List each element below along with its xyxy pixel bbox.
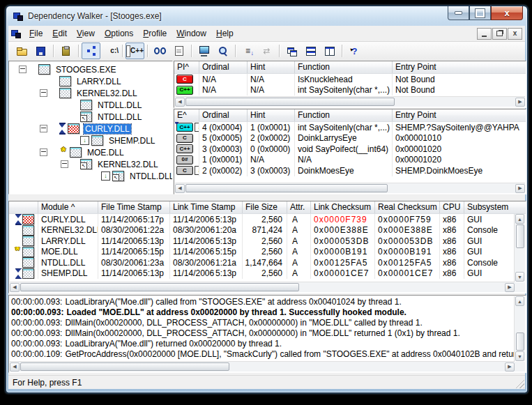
mdi-minimize-button[interactable]	[477, 28, 492, 40]
tile-vertical-button[interactable]	[320, 43, 339, 59]
tree-item[interactable]: SHEMP.DLL	[9, 135, 172, 146]
module-row[interactable]: LARRY.DLL 11/14/20065:13p 11/14/20065:13…	[9, 236, 526, 247]
modules-file-time-header[interactable]: File Time Stamp	[98, 201, 170, 213]
tree-item[interactable]: STOOGES.EXE	[9, 63, 172, 75]
import-row[interactable]: C N/A N/A IsKnucklehead Not Bound	[174, 74, 526, 85]
minimize-button[interactable]	[448, 6, 469, 20]
expand-toggle[interactable]	[40, 89, 47, 97]
tree-item[interactable]: MOE.DLL	[9, 146, 172, 158]
undecorate-cpp-button[interactable]: C++	[126, 43, 144, 59]
module-list-panel[interactable]: Module ^ File Time Stamp Link Time Stamp…	[8, 201, 526, 293]
export-row[interactable]: C 2 (0x0002) 3 (0x0003) DoinkMoesEye SHE…	[174, 165, 526, 176]
imports-entrypoint-header[interactable]: Entry Point	[393, 61, 526, 73]
exports-ordinal-header[interactable]: Ordinal	[199, 109, 248, 121]
auto-expand-button[interactable]	[82, 43, 100, 59]
expand-all-button[interactable]	[238, 43, 257, 59]
imports-sort-header[interactable]: PI^	[174, 61, 199, 73]
scroll-down-icon[interactable]: ▼	[515, 351, 524, 361]
export-row[interactable]: C 5 (0x0005) 2 (0x0002) DoinkLarrysEye 0…	[174, 133, 526, 144]
scrollbar-thumb[interactable]	[516, 333, 524, 351]
module-row[interactable]: SHEMP.DLL 11/14/20065:13p 11/14/20065:13…	[9, 268, 526, 280]
scroll-left-icon[interactable]: ◀	[175, 98, 185, 107]
menu-options[interactable]: Options	[100, 27, 138, 40]
parent-imports-panel[interactable]: PI^ Ordinal Hint Function Entry Point C …	[174, 61, 526, 108]
resize-grip[interactable]	[515, 379, 524, 388]
exports-entrypoint-header[interactable]: Entry Point	[393, 109, 526, 121]
properties-button[interactable]	[169, 43, 188, 59]
menu-file[interactable]: File	[24, 27, 47, 40]
refresh-button[interactable]	[257, 43, 276, 59]
menu-edit[interactable]: Edit	[47, 27, 72, 40]
expand-toggle[interactable]	[61, 160, 68, 168]
context-help-button[interactable]	[345, 43, 364, 59]
modules-link-checksum-header[interactable]: Link Checksum	[311, 201, 375, 213]
module-row[interactable]: CURLY.DLL 11/14/20065:17p 11/14/20065:13…	[9, 214, 526, 225]
imports-horizontal-scrollbar[interactable]: ◀ ▶	[175, 96, 525, 107]
expand-toggle[interactable]	[40, 148, 47, 156]
tree-item[interactable]: KERNEL32.DLL	[9, 158, 172, 170]
maximize-button[interactable]	[469, 6, 491, 20]
cascade-windows-button[interactable]	[282, 43, 301, 59]
scroll-left-icon[interactable]: ◀	[10, 283, 20, 292]
tree-item[interactable]: LARRY.DLL	[9, 75, 172, 87]
scrollbar-thumb[interactable]	[185, 184, 388, 192]
module-row[interactable]: KERNEL32.DLL 08/30/20061:22a 08/30/20061…	[9, 225, 526, 236]
mdi-restore-button[interactable]	[492, 28, 507, 40]
close-button[interactable]: x	[491, 6, 523, 20]
menu-view[interactable]: View	[72, 27, 100, 40]
mdi-child-icon[interactable]	[11, 29, 22, 38]
imports-hint-header[interactable]: Hint	[248, 61, 295, 73]
menu-profile[interactable]: Profile	[138, 27, 172, 40]
scroll-right-icon[interactable]: ▶	[515, 184, 525, 193]
exports-horizontal-scrollbar[interactable]: ◀ ▶	[175, 183, 525, 193]
modules-module-header[interactable]: Module ^	[38, 201, 98, 213]
save-button[interactable]	[31, 43, 50, 59]
tree-item[interactable]: NTDLL.DLL	[9, 99, 172, 111]
expand-toggle[interactable]	[19, 66, 26, 73]
module-row[interactable]: NTDLL.DLL 08/30/20061:23a 08/30/20061:21…	[9, 257, 526, 268]
copy-button[interactable]	[56, 43, 75, 59]
import-row[interactable]: C++ N/A N/A int SaySoitenly(char *,...) …	[174, 85, 526, 96]
modules-attr-header[interactable]: Attr.	[287, 201, 311, 213]
modules-file-size-header[interactable]: File Size	[243, 201, 287, 213]
log-panel[interactable]: 00:00:00.093:LoadLibraryA("Moe.dll") cal…	[8, 295, 526, 373]
mdi-close-button[interactable]: x	[508, 28, 522, 40]
tree-item[interactable]: CURLY.DLL	[9, 123, 172, 135]
tile-horizontal-button[interactable]	[301, 43, 320, 59]
module-row[interactable]: MOE.DLL 11/14/20065:15p 11/14/20065:15p …	[9, 247, 526, 258]
scroll-down-icon[interactable]: ▼	[515, 272, 524, 282]
modules-cpu-header[interactable]: CPU	[440, 201, 464, 213]
modules-link-time-header[interactable]: Link Time Stamp	[170, 201, 243, 213]
exports-function-header[interactable]: Function	[295, 109, 393, 121]
imports-ordinal-header[interactable]: Ordinal	[199, 61, 248, 73]
expand-toggle[interactable]	[40, 125, 47, 132]
export-row[interactable]: C++ 3 (0x0003) 0 (0x0000) void SayPoifec…	[174, 144, 526, 155]
scroll-left-icon[interactable]: ◀	[175, 184, 185, 193]
log-vertical-scrollbar[interactable]: ▲ ▼	[514, 296, 525, 361]
scroll-up-icon[interactable]: ▲	[515, 296, 524, 306]
menu-help[interactable]: Help	[211, 27, 238, 40]
system-info-button[interactable]	[195, 43, 213, 59]
scroll-left-icon[interactable]: ◀	[10, 362, 20, 372]
scrollbar-thumb[interactable]	[20, 283, 299, 291]
open-button[interactable]	[13, 43, 31, 59]
tree-item[interactable]: KERNEL32.DLL	[9, 87, 172, 99]
scrollbar-thumb[interactable]	[516, 224, 524, 248]
modules-horizontal-scrollbar[interactable]: ◀ ▶	[10, 282, 515, 292]
tree-item[interactable]: NTDLL.DLL	[9, 170, 172, 182]
scroll-up-icon[interactable]: ▲	[515, 214, 524, 224]
export-row[interactable]: 0# 1 (0x0001) N/A N/A 0x00001020	[174, 155, 526, 166]
full-paths-button[interactable]: c:\	[100, 43, 119, 59]
tree-item[interactable]: NTDLL.DLL	[9, 111, 172, 123]
modules-subsystem-header[interactable]: Subsystem	[464, 201, 526, 213]
imports-function-header[interactable]: Function	[295, 61, 393, 73]
menu-window[interactable]: Window	[172, 27, 211, 40]
modules-icon-header[interactable]	[9, 201, 38, 213]
scroll-right-icon[interactable]: ▶	[505, 283, 515, 292]
log-horizontal-scrollbar[interactable]: ◀ ▶	[10, 361, 515, 372]
dependency-tree-panel[interactable]: STOOGES.EXE LARRY.DLL	[8, 61, 173, 194]
export-row[interactable]: C++ 4 (0x0004) 1 (0x0001) int SaySoitenl…	[174, 122, 526, 133]
scroll-right-icon[interactable]: ▶	[515, 98, 525, 107]
modules-vertical-scrollbar[interactable]: ▲ ▼	[514, 214, 525, 282]
search-order-button[interactable]	[213, 43, 232, 59]
